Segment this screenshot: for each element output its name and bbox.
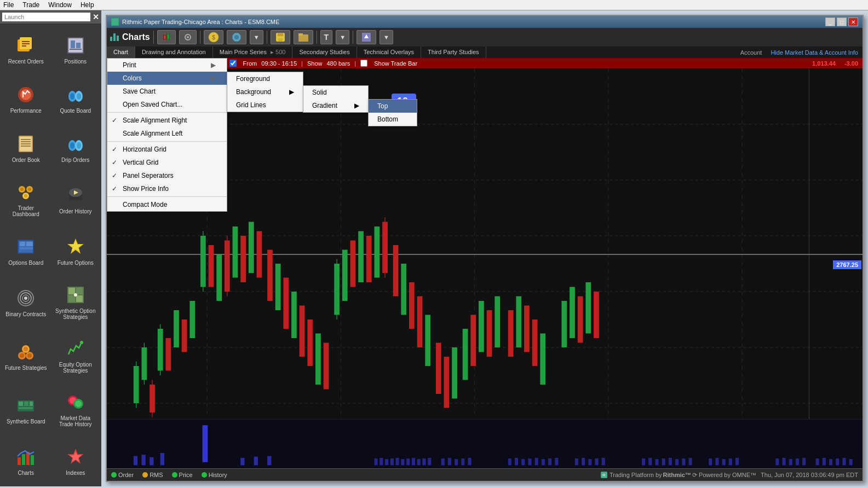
sidebar-item-market-data-trade-history[interactable]: Market Data Trade History <box>52 384 100 435</box>
close-button[interactable]: ✕ <box>848 18 858 26</box>
sidebar-item-synthetic-board[interactable]: Synthetic Board <box>2 384 50 435</box>
vertical-grid-check: ✓ <box>112 159 117 166</box>
chart-menu-chart[interactable]: Chart <box>107 47 135 58</box>
minimize-button[interactable]: _ <box>825 18 835 26</box>
toolbar-open-button[interactable] <box>294 30 313 44</box>
dropdown-scale-left[interactable]: Scale Alignment Left <box>107 127 227 140</box>
time-range[interactable]: 09:30 - 16:15 <box>261 60 297 67</box>
dropdown-compact-mode[interactable]: Compact Mode <box>107 198 227 211</box>
toolbar-settings-button[interactable] <box>179 30 197 44</box>
from-checkbox[interactable] <box>229 60 237 67</box>
search-input[interactable] <box>2 13 90 21</box>
menu-file[interactable]: File <box>3 1 14 9</box>
sidebar-item-indexes[interactable]: Indexes <box>52 437 100 484</box>
svg-rect-61 <box>19 402 23 406</box>
sidebar-item-equity-option-strategies[interactable]: Equity Option Strategies <box>52 330 100 381</box>
toolbar-dropdown-btn-1[interactable]: ▼ <box>250 30 263 44</box>
sidebar-item-drip-orders[interactable]: Drip Orders <box>52 124 100 171</box>
toolbar-text-button[interactable]: T <box>320 30 333 44</box>
drip-orders-icon <box>65 133 87 155</box>
sidebar-label-synthetic-board: Synthetic Board <box>7 419 45 425</box>
sidebar-item-quote-board[interactable]: Quote Board <box>52 75 100 122</box>
sidebar-item-charts[interactable]: Charts <box>2 437 50 484</box>
svg-point-29 <box>20 188 24 191</box>
menu-trade[interactable]: Trade <box>22 1 39 9</box>
dropdown-print[interactable]: Print ▶ <box>107 59 227 72</box>
svg-rect-63 <box>30 402 33 406</box>
svg-rect-125 <box>233 226 238 278</box>
svg-rect-135 <box>315 334 321 385</box>
toolbar-dropdown-btn-3[interactable]: ▼ <box>380 30 393 44</box>
chart-menu-drawing[interactable]: Drawing and Annotation <box>135 47 213 58</box>
toolbar-dropdown-1: ▼ <box>250 30 263 44</box>
svg-rect-188 <box>428 458 431 466</box>
svg-rect-184 <box>406 458 410 465</box>
gradient-submenu: Top Bottom <box>368 99 417 126</box>
svg-rect-70 <box>22 454 25 465</box>
sidebar-item-binary-contracts[interactable]: Binary Contracts <box>2 276 50 328</box>
dropdown-colors[interactable]: Colors ▶ Foreground Background ▶ <box>107 72 227 85</box>
svg-rect-139 <box>342 250 348 301</box>
hide-market-data-link[interactable]: Hide Market Data & Account Info <box>771 49 858 56</box>
svg-rect-197 <box>528 458 531 465</box>
menu-help[interactable]: Help <box>81 1 94 9</box>
status-bar: Order RMS Price History <box>107 468 863 481</box>
toolbar-coin-button[interactable]: $ <box>204 30 223 44</box>
toolbar-candle-button[interactable] <box>157 30 176 44</box>
toolbar-dropdown-btn-2[interactable]: ▼ <box>336 30 349 44</box>
background-solid[interactable]: Solid <box>303 86 368 99</box>
toolbar-save-button[interactable] <box>271 30 290 44</box>
trade-bar-checkbox[interactable] <box>360 60 367 67</box>
menu-bar: File Trade Window Help <box>0 0 868 10</box>
performance-icon <box>15 84 37 106</box>
toolbar-gear-button[interactable] <box>227 30 246 44</box>
dropdown-save-chart[interactable]: Save Chart <box>107 85 227 98</box>
dropdown-panel-separators[interactable]: ✓ Panel Seperators <box>107 169 227 182</box>
dropdown-show-price-info[interactable]: ✓ Show Price Info <box>107 182 227 195</box>
chart-menu-third-party[interactable]: Third Party Studies <box>421 47 486 58</box>
sidebar-item-order-history[interactable]: Order History <box>52 173 100 225</box>
sidebar-item-performance[interactable]: Performance <box>2 75 50 122</box>
sidebar-item-future-strategies[interactable]: Future Strategies <box>2 330 50 381</box>
sidebar-item-recent-orders[interactable]: Recent Orders <box>2 26 50 73</box>
svg-rect-115 <box>165 338 171 371</box>
dropdown-vertical-grid[interactable]: ✓ Vertical Grid <box>107 156 227 169</box>
chart-menu-technical[interactable]: Technical Overlays <box>357 47 421 58</box>
svg-rect-151 <box>436 343 441 394</box>
svg-point-24 <box>70 142 74 149</box>
background-gradient[interactable]: Gradient ▶ Top Bottom <box>303 99 368 112</box>
maximize-button[interactable]: □ <box>837 18 847 26</box>
toolbar-separator-5 <box>353 31 353 44</box>
svg-rect-122 <box>216 254 222 301</box>
dropdown-open-saved[interactable]: Open Saved Chart... <box>107 98 227 111</box>
gradient-top[interactable]: Top <box>369 100 417 113</box>
bars-count[interactable]: 480 bars <box>327 60 350 67</box>
colors-foreground[interactable]: Foreground <box>227 72 303 85</box>
charts-icon <box>15 446 37 468</box>
price-dot <box>172 472 177 478</box>
menu-window[interactable]: Window <box>48 1 72 9</box>
dropdown-horizontal-grid[interactable]: ✓ Horizontal Grid <box>107 143 227 156</box>
svg-rect-62 <box>24 402 28 406</box>
colors-grid-lines[interactable]: Grid Lines <box>227 98 303 112</box>
sidebar-item-order-book[interactable]: Order Book <box>2 124 50 171</box>
chart-menu-secondary[interactable]: Secondary Studies <box>292 47 357 58</box>
sidebar-item-options-board[interactable]: Options Board <box>2 227 50 274</box>
sidebar-item-positions[interactable]: Positions <box>52 26 100 73</box>
svg-rect-230 <box>849 459 853 465</box>
toolbar-export-button[interactable] <box>357 30 376 44</box>
panel-sep-check: ✓ <box>112 172 117 179</box>
svg-rect-51 <box>76 295 83 302</box>
svg-rect-190 <box>448 458 451 466</box>
svg-rect-156 <box>479 301 484 352</box>
gradient-bottom[interactable]: Bottom <box>369 113 417 126</box>
status-price: Price <box>172 472 193 478</box>
show-price-check: ✓ <box>112 185 117 193</box>
chart-menu-main-price[interactable]: Main Price Series ▸ 500 <box>213 47 293 58</box>
sidebar-item-future-options[interactable]: Future Options <box>52 227 100 274</box>
dropdown-scale-right[interactable]: ✓ Scale Alignment Right <box>107 114 227 127</box>
colors-background[interactable]: Background ▶ Solid Gradient ▶ <box>227 85 303 98</box>
sidebar-item-synthetic-option-strategies[interactable]: Synthetic Option Strategies <box>52 276 100 328</box>
sidebar-item-trader-dashboard[interactable]: Trader Dashboard <box>2 173 50 225</box>
close-icon[interactable]: ✕ <box>93 13 99 21</box>
